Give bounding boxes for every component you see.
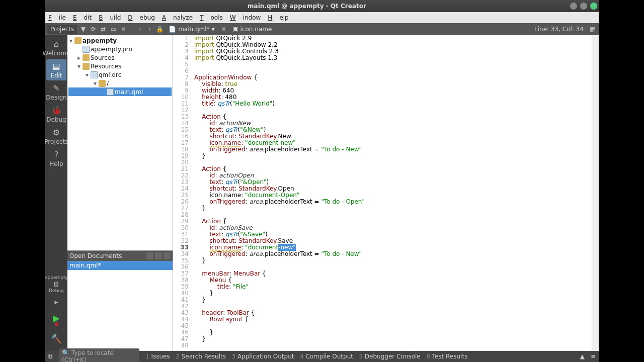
status-panel-application-output[interactable]: 3 Application Output	[231, 353, 299, 360]
file-crumb[interactable]: 📄 main.qml* ▾	[166, 25, 217, 34]
lock-icon[interactable]: 🔒	[155, 25, 164, 33]
sync-icon[interactable]: ⟳	[89, 25, 97, 33]
locator-input[interactable]: 🔍 Type to locate (Ctrl+K)	[59, 348, 139, 362]
open-doc-item[interactable]: main.qml*	[67, 261, 173, 270]
projects-dropdown[interactable]: Projects	[47, 25, 77, 34]
menubar: FileEditBuildDebugAnalyzeToolsWindowHelp	[45, 12, 599, 23]
sidebar-toggle-icon[interactable]: ⧉	[48, 353, 53, 360]
menu-help[interactable]: Help	[268, 14, 288, 21]
link-icon[interactable]: ⇄	[99, 25, 107, 33]
menu-window[interactable]: Window	[230, 14, 261, 21]
split-editor-icon[interactable]: ▦	[589, 25, 597, 33]
status-panel-issues[interactable]: 1 Issues	[145, 353, 176, 360]
status-panel-compile-output[interactable]: 4 Compile Output	[300, 353, 359, 360]
build-button[interactable]: 🔨	[46, 330, 66, 347]
status-panel-test-results[interactable]: 8 Test Results	[426, 353, 473, 360]
symbol-crumb[interactable]: ▣ icon.name	[229, 25, 275, 34]
maximize-button[interactable]	[580, 3, 587, 10]
window-title: main.qml @ appempty - Qt Creator	[45, 3, 569, 10]
pane-close-icon[interactable]	[164, 252, 171, 259]
project-tree[interactable]: ▾appempty appempty.pro ▸Sources ▾Resourc…	[67, 35, 173, 250]
editor-scrollbar[interactable]	[592, 35, 599, 351]
menu-debug[interactable]: Debug	[128, 14, 154, 21]
cursor-position: Line: 33, Col: 34	[531, 26, 587, 33]
mode-edit[interactable]: ▤Edit	[46, 59, 66, 80]
status-panel-search-results[interactable]: 2 Search Results	[176, 353, 231, 360]
mode-sidebar: ⌂Welcome▤Edit✎Design🐞Debug⚙Projects?Help…	[45, 35, 67, 351]
filter-icon[interactable]: ▼	[79, 25, 87, 33]
code-editor[interactable]: 1234567891011121314151617181920212223242…	[173, 35, 599, 351]
statusbar: ⧉ 🔍 Type to locate (Ctrl+K) 1 Issues 2 S…	[45, 351, 599, 362]
close-button[interactable]	[590, 3, 597, 10]
split-icon[interactable]: ▭	[109, 25, 117, 33]
debug-run-button[interactable]: ▶🐞	[46, 312, 66, 329]
mode-debug[interactable]: 🐞Debug	[46, 104, 66, 125]
menu-file[interactable]: File	[48, 14, 66, 21]
output-up-icon[interactable]: ▲	[580, 353, 585, 360]
nav-forward-icon[interactable]: ›	[145, 25, 153, 33]
close-pane-icon[interactable]: ✕	[119, 25, 127, 33]
open-documents-header: Open Documents	[67, 251, 173, 261]
project-panel: ▾appempty appempty.pro ▸Sources ▾Resourc…	[67, 35, 173, 351]
minimize-button[interactable]	[570, 3, 577, 10]
output-settings-icon[interactable]: ≡	[591, 353, 596, 360]
pane-add-icon[interactable]	[155, 252, 162, 259]
line-gutter: 1234567891011121314151617181920212223242…	[173, 35, 191, 351]
menu-build[interactable]: Build	[99, 14, 121, 21]
navigation-toolbar: Projects ▼ ⟳ ⇄ ▭ ✕ ‹ › 🔒 📄 main.qml* ▾ ✕…	[45, 23, 599, 35]
tree-item-main-qml[interactable]: main.qml	[68, 87, 172, 96]
titlebar: main.qml @ appempty - Qt Creator	[45, 0, 599, 12]
nav-back-icon[interactable]: ‹	[135, 25, 143, 33]
mode-help[interactable]: ?Help	[46, 148, 66, 169]
menu-edit[interactable]: Edit	[73, 14, 92, 21]
close-file-icon[interactable]: ✕	[219, 25, 227, 33]
run-target[interactable]: appempty 🖥 Debug	[46, 276, 66, 293]
mode-design[interactable]: ✎Design	[46, 81, 66, 103]
status-panel-debugger-console[interactable]: 5 Debugger Console	[359, 353, 426, 360]
mode-projects[interactable]: ⚙Projects	[46, 126, 66, 147]
open-documents-list[interactable]: main.qml*	[67, 261, 173, 351]
pane-split-icon[interactable]	[146, 252, 153, 259]
menu-tools[interactable]: Tools	[200, 14, 223, 21]
mode-welcome[interactable]: ⌂Welcome	[46, 37, 66, 58]
menu-analyze[interactable]: Analyze	[162, 14, 193, 21]
run-button[interactable]: ▶	[46, 294, 66, 311]
